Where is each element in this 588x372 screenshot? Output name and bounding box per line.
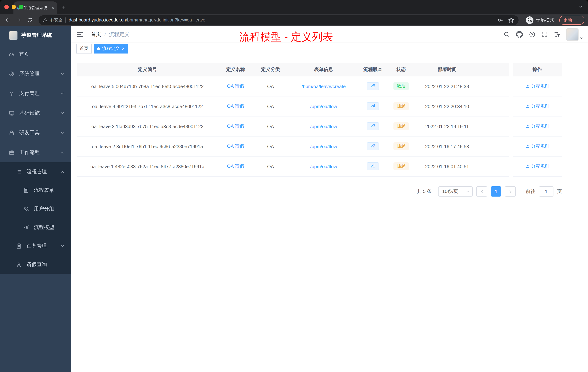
column-header-category: 定义分类 (253, 63, 288, 77)
column-header-actions: 操作 (513, 63, 562, 77)
window-minimize-button[interactable] (12, 5, 16, 9)
status-badge: 激活 (393, 82, 409, 90)
breadcrumb-item-home[interactable]: 首页 (91, 31, 101, 38)
url-host: dashboard.yudao.iocoder.cn (69, 17, 126, 22)
definition-name-link[interactable]: OA 请假 (227, 123, 244, 130)
cell-category: OA (253, 136, 288, 156)
cell-category: OA (253, 77, 288, 97)
assign-rule-link[interactable]: 分配规则 (525, 123, 549, 129)
sidebar-item-system[interactable]: 系统管理 (0, 64, 71, 84)
gear-icon (9, 71, 15, 77)
definition-name-link[interactable]: OA 请假 (227, 83, 244, 89)
cell-deploy-time: 2022-01-22 21:48:38 (416, 77, 479, 97)
sidebar-item-process-model[interactable]: 流程模型 (0, 218, 71, 237)
back-button[interactable] (4, 16, 12, 24)
monitor-icon (9, 110, 15, 116)
form-link[interactable]: /bpm/oa/flow (310, 144, 337, 149)
sidebar: 芋道管理系统 首页 系统管理 ¥ 支付管理 基础设施 (0, 26, 71, 372)
sidebar-item-process-management[interactable]: 流程管理 (0, 162, 71, 181)
sidebar-item-user-group[interactable]: 用户分组 (0, 199, 71, 218)
chevron-down-icon (60, 91, 64, 97)
password-key-icon[interactable] (497, 17, 504, 23)
reload-button[interactable] (25, 16, 33, 24)
tag-close-icon[interactable]: × (122, 46, 125, 51)
chevron-left-icon (480, 189, 484, 194)
goto-page-unit: 页 (557, 188, 562, 195)
assign-rule-link[interactable]: 分配规则 (525, 83, 549, 89)
fixed-column-gap (509, 63, 513, 77)
window-zoom-button[interactable] (19, 5, 23, 9)
assign-rule-link[interactable]: 分配规则 (525, 163, 549, 169)
document-icon (23, 187, 29, 193)
dashboard-icon (9, 51, 15, 57)
sidebar-item-workflow[interactable]: 工作流程 (0, 143, 71, 162)
sidebar-item-label: 首页 (19, 51, 64, 57)
form-link[interactable]: /bpm/oa/flow (310, 104, 337, 109)
main-area: 首页 / 流程定义 流程模型 - 定义列表 (71, 26, 588, 372)
bookmark-star-icon[interactable] (508, 17, 514, 23)
browser-menu-icon[interactable]: ⋮ (576, 18, 580, 22)
search-icon[interactable] (504, 31, 510, 37)
fullscreen-icon[interactable] (541, 31, 548, 37)
tab-title: 芋道管理系统 (23, 5, 49, 10)
goto-page-input[interactable]: 1 (539, 186, 554, 197)
prev-page-button[interactable] (476, 186, 487, 197)
form-link[interactable]: /bpm/oa/flow (310, 164, 337, 169)
github-icon[interactable] (516, 31, 523, 38)
address-bar[interactable]: 不安全 dashboard.yudao.iocoder.cn/bpm/manag… (39, 15, 519, 25)
text-size-icon[interactable] (554, 31, 560, 37)
definition-name-link[interactable]: OA 请假 (227, 143, 244, 150)
column-header-definition-id: 定义编号 (77, 63, 218, 77)
sidebar-item-process-form[interactable]: 流程表单 (0, 181, 71, 199)
sidebar-item-infrastructure[interactable]: 基础设施 (0, 103, 71, 123)
user-icon (525, 84, 530, 88)
user-menu[interactable] (566, 28, 583, 41)
security-label: 不安全 (50, 17, 63, 23)
security-warning[interactable]: 不安全 (43, 17, 63, 23)
assign-rule-link[interactable]: 分配规则 (525, 103, 549, 109)
list-icon (16, 169, 22, 175)
tag-label: 流程定义 (102, 45, 120, 52)
web-page: 芋道管理系统 首页 系统管理 ¥ 支付管理 基础设施 (0, 26, 588, 372)
help-icon[interactable] (529, 31, 535, 37)
forward-button[interactable] (15, 16, 22, 24)
pagination-total: 共 5 条 (417, 188, 432, 195)
definition-name-link[interactable]: OA 请假 (227, 163, 244, 170)
definition-name-link[interactable]: OA 请假 (227, 103, 244, 109)
column-header-deploy-time: 部署时间 (416, 63, 479, 77)
column-header-filler (479, 63, 509, 77)
cell-deploy-time: 2022-01-16 01:40:51 (416, 156, 479, 176)
workflow-submenu: 流程管理 流程表单 用户分组 流程模型 任务管理 (0, 162, 71, 274)
form-link[interactable]: /bpm/oa/leave/create (302, 84, 346, 89)
cell-deploy-time: 2022-01-22 20:34:10 (416, 97, 479, 117)
hamburger-icon[interactable] (76, 31, 84, 38)
sidebar-item-devtools[interactable]: 研发工具 (0, 123, 71, 143)
update-button[interactable]: 更新 ⋮ (559, 15, 584, 25)
form-link[interactable]: /bpm/oa/flow (310, 124, 337, 129)
window-close-button[interactable] (4, 5, 9, 9)
tag-process-definition[interactable]: 流程定义 × (94, 44, 128, 53)
process-definition-table: 定义编号 定义名称 定义分类 表单信息 流程版本 状态 部署时间 操作 oa_l… (77, 63, 562, 176)
table-row: oa_leave:2:3c1f0ef1-76b1-11ec-9c66-a2380… (77, 136, 562, 156)
status-badge: 挂起 (393, 122, 409, 130)
sidebar-item-leave-query[interactable]: 请假查询 (0, 255, 71, 274)
breadcrumb: 首页 / 流程定义 (91, 31, 129, 38)
new-tab-button[interactable]: + (62, 5, 65, 11)
table-header-row: 定义编号 定义名称 定义分类 表单信息 流程版本 状态 部署时间 操作 (77, 63, 562, 77)
avatar[interactable] (566, 28, 578, 41)
column-header-form-info: 表单信息 (288, 63, 359, 77)
page-number-current[interactable]: 1 (491, 186, 501, 197)
sidebar-item-task-management[interactable]: 任务管理 (0, 237, 71, 255)
page-size-select[interactable]: 10条/页 (438, 186, 473, 197)
assign-rule-link[interactable]: 分配规则 (525, 143, 549, 149)
tag-home[interactable]: 首页 (76, 44, 92, 53)
sidebar-item-payment[interactable]: ¥ 支付管理 (0, 84, 71, 103)
content-area: 定义编号 定义名称 定义分类 表单信息 流程版本 状态 部署时间 操作 oa_l… (71, 55, 588, 372)
sidebar-item-home[interactable]: 首页 (0, 44, 71, 64)
tab-close-icon[interactable]: × (52, 5, 54, 10)
next-page-button[interactable] (505, 186, 516, 197)
avatar-caret-icon (580, 36, 583, 40)
user-icon (525, 164, 530, 169)
sidebar-item-label: 流程管理 (27, 168, 56, 175)
tab-search-chevron-icon[interactable] (578, 4, 583, 10)
